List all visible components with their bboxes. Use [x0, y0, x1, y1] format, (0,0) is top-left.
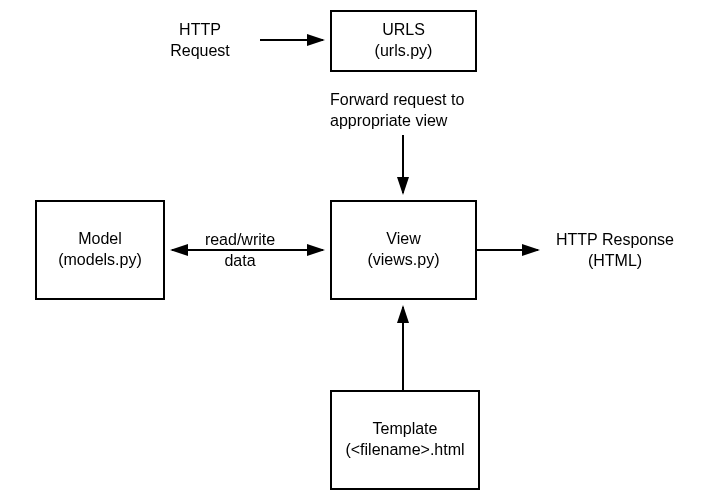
- urls-title: URLS: [382, 20, 425, 41]
- model-box: Model (models.py): [35, 200, 165, 300]
- readwrite-line2: data: [195, 251, 285, 272]
- template-subtitle: (<filename>.html: [345, 440, 464, 461]
- http-response-line1: HTTP Response: [545, 230, 685, 251]
- view-title: View: [386, 229, 420, 250]
- urls-box: URLS (urls.py): [330, 10, 477, 72]
- view-subtitle: (views.py): [367, 250, 439, 271]
- model-subtitle: (models.py): [58, 250, 142, 271]
- model-title: Model: [78, 229, 122, 250]
- readwrite-line1: read/write: [195, 230, 285, 251]
- http-request-line2: Request: [160, 41, 240, 62]
- http-response-label: HTTP Response (HTML): [545, 230, 685, 272]
- http-request-label: HTTP Request: [160, 20, 240, 62]
- template-title: Template: [373, 419, 438, 440]
- forward-line2: appropriate view: [330, 111, 510, 132]
- urls-subtitle: (urls.py): [375, 41, 433, 62]
- view-box: View (views.py): [330, 200, 477, 300]
- forward-line1: Forward request to: [330, 90, 510, 111]
- template-box: Template (<filename>.html: [330, 390, 480, 490]
- readwrite-label: read/write data: [195, 230, 285, 272]
- http-request-line1: HTTP: [160, 20, 240, 41]
- http-response-line2: (HTML): [545, 251, 685, 272]
- forward-label: Forward request to appropriate view: [330, 90, 510, 132]
